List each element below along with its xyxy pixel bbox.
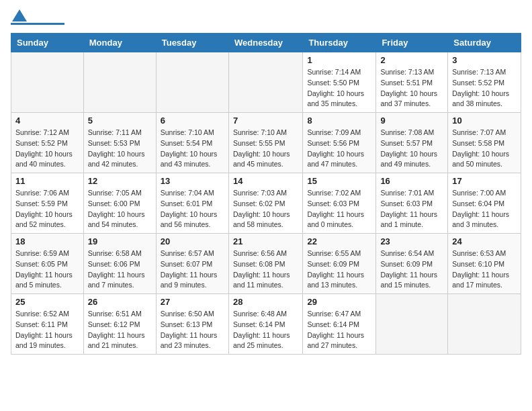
calendar-week-3: 11Sunrise: 7:06 AMSunset: 5:59 PMDayligh… — [11, 173, 521, 234]
calendar-header-friday: Friday — [376, 34, 448, 52]
day-info: Sunrise: 6:58 AMSunset: 6:06 PMDaylight:… — [88, 248, 152, 291]
calendar-week-5: 25Sunrise: 6:52 AMSunset: 6:11 PMDayligh… — [11, 294, 521, 355]
day-info: Sunrise: 7:08 AMSunset: 5:57 PMDaylight:… — [380, 128, 443, 170]
day-info: Sunrise: 7:10 AMSunset: 5:54 PMDaylight:… — [161, 128, 224, 170]
day-number: 11 — [15, 176, 79, 186]
day-number: 1 — [307, 55, 371, 65]
day-info: Sunrise: 6:53 AMSunset: 6:10 PMDaylight:… — [452, 248, 517, 291]
day-number: 2 — [380, 55, 443, 65]
calendar-cell: 11Sunrise: 7:06 AMSunset: 5:59 PMDayligh… — [11, 173, 84, 234]
day-number: 3 — [452, 55, 517, 65]
calendar-cell: 3Sunrise: 7:13 AMSunset: 5:52 PMDaylight… — [448, 52, 521, 113]
day-info: Sunrise: 7:01 AMSunset: 6:03 PMDaylight:… — [380, 188, 443, 230]
calendar-cell: 2Sunrise: 7:13 AMSunset: 5:51 PMDaylight… — [376, 52, 448, 113]
calendar-cell: 5Sunrise: 7:11 AMSunset: 5:53 PMDaylight… — [83, 113, 156, 173]
day-number: 12 — [88, 176, 152, 186]
calendar-cell: 19Sunrise: 6:58 AMSunset: 6:06 PMDayligh… — [83, 234, 156, 294]
calendar-header-thursday: Thursday — [303, 34, 376, 52]
svg-marker-0 — [12, 9, 27, 21]
calendar-cell: 8Sunrise: 7:09 AMSunset: 5:56 PMDaylight… — [303, 113, 376, 173]
calendar-cell: 28Sunrise: 6:48 AMSunset: 6:14 PMDayligh… — [228, 294, 302, 355]
calendar-cell: 6Sunrise: 7:10 AMSunset: 5:54 PMDaylight… — [156, 113, 228, 173]
day-number: 15 — [307, 176, 371, 186]
day-info: Sunrise: 7:03 AMSunset: 6:02 PMDaylight:… — [233, 188, 298, 230]
day-number: 21 — [233, 236, 298, 246]
calendar-cell — [376, 294, 448, 355]
day-number: 8 — [307, 116, 371, 126]
day-info: Sunrise: 6:59 AMSunset: 6:05 PMDaylight:… — [15, 248, 79, 291]
day-number: 20 — [161, 236, 224, 246]
day-number: 4 — [15, 116, 79, 126]
day-number: 24 — [452, 236, 517, 246]
day-info: Sunrise: 7:13 AMSunset: 5:51 PMDaylight:… — [380, 67, 443, 109]
day-number: 14 — [233, 176, 298, 186]
calendar-cell: 20Sunrise: 6:57 AMSunset: 6:07 PMDayligh… — [156, 234, 228, 294]
calendar-header-tuesday: Tuesday — [156, 34, 228, 52]
calendar-cell: 15Sunrise: 7:02 AMSunset: 6:03 PMDayligh… — [303, 173, 376, 234]
calendar-cell: 14Sunrise: 7:03 AMSunset: 6:02 PMDayligh… — [228, 173, 302, 234]
day-info: Sunrise: 6:48 AMSunset: 6:14 PMDaylight:… — [233, 309, 298, 351]
day-info: Sunrise: 6:55 AMSunset: 6:09 PMDaylight:… — [307, 248, 371, 291]
day-number: 23 — [380, 236, 443, 246]
calendar-header-sunday: Sunday — [11, 34, 84, 52]
calendar-cell: 18Sunrise: 6:59 AMSunset: 6:05 PMDayligh… — [11, 234, 84, 294]
day-info: Sunrise: 7:00 AMSunset: 6:04 PMDaylight:… — [452, 188, 517, 230]
calendar-cell: 7Sunrise: 7:10 AMSunset: 5:55 PMDaylight… — [228, 113, 302, 173]
day-number: 9 — [380, 116, 443, 126]
calendar-header-monday: Monday — [83, 34, 156, 52]
day-number: 17 — [452, 176, 517, 186]
day-number: 22 — [307, 236, 371, 246]
calendar-cell — [228, 52, 302, 113]
calendar-cell: 21Sunrise: 6:56 AMSunset: 6:08 PMDayligh… — [228, 234, 302, 294]
day-number: 28 — [233, 297, 298, 307]
calendar-cell: 27Sunrise: 6:50 AMSunset: 6:13 PMDayligh… — [156, 294, 228, 355]
day-info: Sunrise: 6:50 AMSunset: 6:13 PMDaylight:… — [161, 309, 224, 351]
calendar-cell: 17Sunrise: 7:00 AMSunset: 6:04 PMDayligh… — [448, 173, 521, 234]
calendar-week-1: 1Sunrise: 7:14 AMSunset: 5:50 PMDaylight… — [11, 52, 521, 113]
calendar-header-saturday: Saturday — [448, 34, 521, 52]
day-info: Sunrise: 7:09 AMSunset: 5:56 PMDaylight:… — [307, 128, 371, 170]
day-info: Sunrise: 7:12 AMSunset: 5:52 PMDaylight:… — [15, 128, 79, 170]
page-header — [11, 11, 521, 25]
calendar-header-wednesday: Wednesday — [228, 34, 302, 52]
day-info: Sunrise: 7:05 AMSunset: 6:00 PMDaylight:… — [88, 188, 152, 230]
calendar-cell: 26Sunrise: 6:51 AMSunset: 6:12 PMDayligh… — [83, 294, 156, 355]
calendar-cell — [83, 52, 156, 113]
day-number: 7 — [233, 116, 298, 126]
day-info: Sunrise: 7:10 AMSunset: 5:55 PMDaylight:… — [233, 128, 298, 170]
day-info: Sunrise: 7:04 AMSunset: 6:01 PMDaylight:… — [161, 188, 224, 230]
calendar-cell: 13Sunrise: 7:04 AMSunset: 6:01 PMDayligh… — [156, 173, 228, 234]
day-info: Sunrise: 6:54 AMSunset: 6:09 PMDaylight:… — [380, 248, 443, 291]
calendar-header-row: SundayMondayTuesdayWednesdayThursdayFrid… — [11, 34, 521, 52]
calendar-cell — [156, 52, 228, 113]
calendar-cell: 24Sunrise: 6:53 AMSunset: 6:10 PMDayligh… — [448, 234, 521, 294]
calendar-week-4: 18Sunrise: 6:59 AMSunset: 6:05 PMDayligh… — [11, 234, 521, 294]
day-info: Sunrise: 7:13 AMSunset: 5:52 PMDaylight:… — [452, 67, 517, 109]
day-info: Sunrise: 6:52 AMSunset: 6:11 PMDaylight:… — [15, 309, 79, 351]
calendar-cell — [11, 52, 84, 113]
day-info: Sunrise: 7:07 AMSunset: 5:58 PMDaylight:… — [452, 128, 517, 170]
day-info: Sunrise: 7:06 AMSunset: 5:59 PMDaylight:… — [15, 188, 79, 230]
calendar-cell: 16Sunrise: 7:01 AMSunset: 6:03 PMDayligh… — [376, 173, 448, 234]
day-info: Sunrise: 6:57 AMSunset: 6:07 PMDaylight:… — [161, 248, 224, 291]
calendar-table: SundayMondayTuesdayWednesdayThursdayFrid… — [11, 33, 521, 355]
logo-icon — [12, 9, 27, 21]
day-number: 10 — [452, 116, 517, 126]
calendar-cell: 4Sunrise: 7:12 AMSunset: 5:52 PMDaylight… — [11, 113, 84, 173]
calendar-week-2: 4Sunrise: 7:12 AMSunset: 5:52 PMDaylight… — [11, 113, 521, 173]
day-number: 19 — [88, 236, 152, 246]
day-info: Sunrise: 6:51 AMSunset: 6:12 PMDaylight:… — [88, 309, 152, 351]
day-number: 5 — [88, 116, 152, 126]
calendar-cell — [448, 294, 521, 355]
logo — [11, 11, 64, 25]
day-info: Sunrise: 6:47 AMSunset: 6:14 PMDaylight:… — [307, 309, 371, 351]
calendar-cell: 9Sunrise: 7:08 AMSunset: 5:57 PMDaylight… — [376, 113, 448, 173]
calendar-cell: 1Sunrise: 7:14 AMSunset: 5:50 PMDaylight… — [303, 52, 376, 113]
calendar-cell: 25Sunrise: 6:52 AMSunset: 6:11 PMDayligh… — [11, 294, 84, 355]
calendar-cell: 12Sunrise: 7:05 AMSunset: 6:00 PMDayligh… — [83, 173, 156, 234]
calendar-cell: 22Sunrise: 6:55 AMSunset: 6:09 PMDayligh… — [303, 234, 376, 294]
day-number: 13 — [161, 176, 224, 186]
day-number: 26 — [88, 297, 152, 307]
day-number: 29 — [307, 297, 371, 307]
day-number: 25 — [15, 297, 79, 307]
